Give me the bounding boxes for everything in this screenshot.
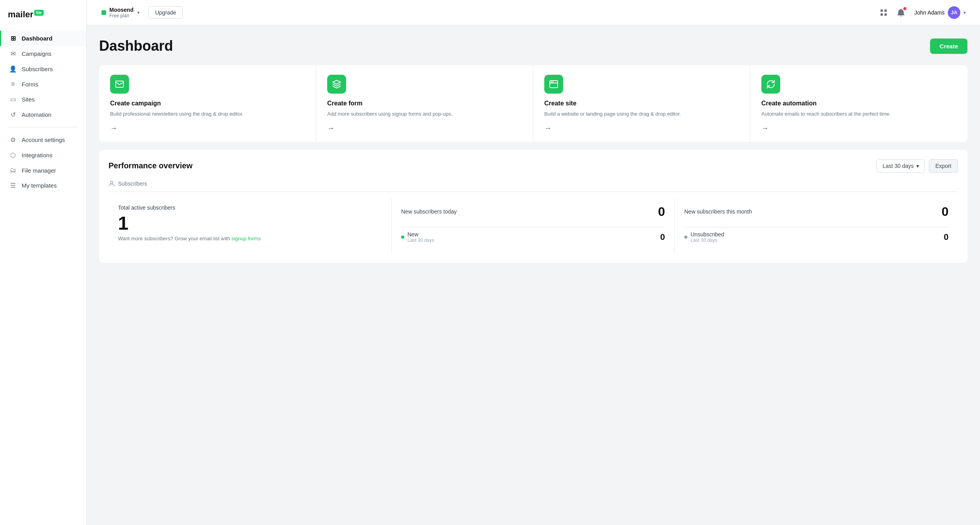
action-desc: Build professional newsletters using the… [110, 110, 305, 118]
quick-action-create-campaign[interactable]: Create campaign Build professional newsl… [99, 65, 316, 142]
page-title: Dashboard [99, 38, 173, 54]
section-label-text: Subscribers [118, 181, 147, 187]
page-header: Dashboard Create [99, 38, 967, 54]
user-name: John Adams [914, 9, 945, 16]
account-settings-icon: ⚙ [9, 136, 17, 144]
svg-rect-2 [881, 13, 883, 16]
period-chevron-icon: ▾ [916, 163, 919, 169]
svg-point-7 [551, 81, 552, 83]
notification-badge [903, 7, 906, 10]
campaign-icon-box [110, 75, 129, 94]
user-chevron-icon: ▾ [963, 10, 966, 15]
stats-grid: Total active subscribers 1 Want more sub… [109, 198, 958, 253]
main-content: Moosend Free plan ▾ Upgrade [87, 0, 980, 525]
action-arrow-icon: → [110, 124, 305, 133]
action-title: Create site [544, 100, 739, 107]
sub-stat-new-value: 0 [660, 232, 665, 242]
performance-title: Performance overview [109, 161, 192, 170]
quick-action-create-form[interactable]: Create form Add more subscribers using s… [316, 65, 533, 142]
page-content: Dashboard Create Create campaign Build p… [87, 25, 980, 525]
browser-icon [549, 79, 558, 89]
sidebar-item-sites[interactable]: ▭ Sites [0, 92, 86, 107]
quick-action-create-automation[interactable]: Create automation Automate emails to rea… [750, 65, 967, 142]
signup-forms-link[interactable]: signup forms [232, 236, 261, 241]
unsubscribed-dot-icon [684, 236, 687, 239]
section-subscribers-label: Subscribers [109, 181, 958, 192]
dashboard-icon: ⊞ [9, 35, 17, 42]
automation-icon-box [761, 75, 780, 94]
sub-stat-unsub-left: Unsubscribed Last 30 days [684, 231, 724, 243]
form-icon-box [327, 75, 346, 94]
logo: mailerlite [0, 9, 86, 31]
user-menu[interactable]: John Adams JA ▾ [911, 5, 969, 20]
quick-actions-grid: Create campaign Build professional newsl… [99, 65, 967, 142]
subscribers-icon: 👤 [9, 65, 17, 73]
sidebar-item-label: Campaigns [22, 50, 52, 57]
action-desc: Automate emails to reach subscribers at … [761, 110, 956, 118]
sidebar-item-label: Account settings [22, 136, 65, 143]
forms-icon: ≡ [9, 81, 17, 88]
sidebar-item-campaigns[interactable]: ✉ Campaigns [0, 46, 86, 61]
sidebar-item-label: File manager [22, 167, 56, 174]
sub-stat-new-left: New Last 30 days [401, 231, 434, 243]
create-button[interactable]: Create [930, 39, 967, 54]
sidebar-item-my-templates[interactable]: ☰ My templates [0, 178, 86, 193]
svg-point-8 [553, 81, 554, 83]
workspace-selector[interactable]: Moosend Free plan ▾ [98, 4, 144, 21]
period-label: Last 30 days [882, 163, 914, 169]
sub-stat-new: New Last 30 days 0 [401, 227, 665, 247]
sub-stat-unsub-info: Unsubscribed Last 30 days [691, 231, 724, 243]
new-dot-icon [401, 236, 404, 239]
logo-text: mailerlite [8, 9, 44, 20]
workspace-info: Moosend Free plan [109, 7, 133, 18]
action-desc: Build a website or landing page using th… [544, 110, 739, 118]
svg-rect-3 [884, 13, 887, 16]
sub-stat-unsub-sub: Last 30 days [691, 238, 724, 243]
new-today-label: New subscribers today [401, 208, 457, 215]
quick-action-create-site[interactable]: Create site Build a website or landing p… [533, 65, 750, 142]
automation-icon: ↺ [9, 111, 17, 118]
file-manager-icon: 🗂 [9, 167, 17, 174]
action-arrow-icon: → [544, 124, 739, 133]
sidebar-item-dashboard[interactable]: ⊞ Dashboard [0, 31, 86, 46]
action-desc: Add more subscribers using signup forms … [327, 110, 522, 118]
new-month-value: 0 [941, 204, 949, 219]
sidebar-item-file-manager[interactable]: 🗂 File manager [0, 163, 86, 178]
grid-icon-button[interactable] [877, 6, 891, 20]
sidebar-item-automation[interactable]: ↺ Automation [0, 107, 86, 122]
stat-new-month: New subscribers this month 0 Unsubscribe… [675, 198, 958, 253]
notifications-button[interactable] [894, 6, 908, 20]
sidebar-item-forms[interactable]: ≡ Forms [0, 77, 86, 92]
sub-stat-new-info: New Last 30 days [407, 231, 434, 243]
sidebar-item-label: Dashboard [22, 35, 52, 42]
workspace-plan: Free plan [109, 13, 133, 18]
performance-header: Performance overview Last 30 days ▾ Expo… [109, 159, 958, 173]
new-month-label: New subscribers this month [684, 208, 752, 215]
my-templates-icon: ☰ [9, 182, 17, 189]
sidebar-item-label: Subscribers [22, 66, 53, 72]
sidebar-item-account-settings[interactable]: ⚙ Account settings [0, 132, 86, 147]
refresh-icon [766, 79, 776, 89]
sidebar-item-label: My templates [22, 182, 57, 189]
export-button[interactable]: Export [929, 159, 958, 173]
sidebar-item-label: Integrations [22, 152, 52, 158]
sub-stat-unsub-value: 0 [944, 232, 949, 242]
sites-icon: ▭ [9, 96, 17, 103]
performance-card: Performance overview Last 30 days ▾ Expo… [99, 150, 967, 263]
upgrade-button[interactable]: Upgrade [148, 6, 183, 19]
sidebar-item-integrations[interactable]: ⬡ Integrations [0, 147, 86, 163]
period-select[interactable]: Last 30 days ▾ [877, 159, 925, 173]
user-avatar: JA [948, 6, 960, 19]
subscribers-section-icon [109, 181, 115, 187]
action-arrow-icon: → [327, 124, 522, 133]
stat-total-subscribers: Total active subscribers 1 Want more sub… [109, 198, 392, 253]
sidebar-item-subscribers[interactable]: 👤 Subscribers [0, 61, 86, 77]
action-arrow-icon: → [761, 124, 956, 133]
sub-stat-new-sub: Last 30 days [407, 238, 434, 243]
action-title: Create form [327, 100, 522, 107]
sub-stat-unsub-label: Unsubscribed [691, 231, 724, 238]
sidebar-item-label: Forms [22, 81, 39, 88]
total-subscribers-label: Total active subscribers [118, 204, 382, 211]
envelope-icon [115, 79, 124, 89]
sub-stat-new-label: New [407, 231, 434, 238]
